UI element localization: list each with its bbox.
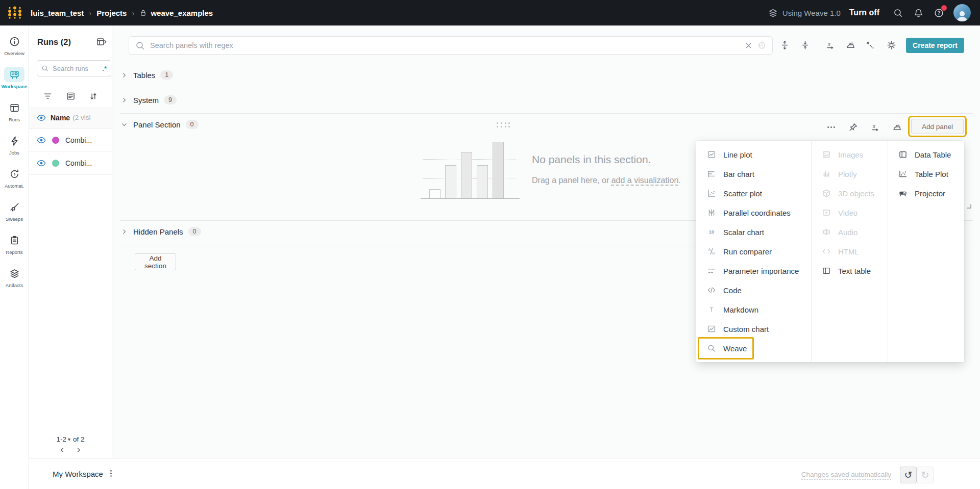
menu-item-scalar-chart[interactable]: 10Scalar chart (696, 222, 811, 242)
outliers-button[interactable] (863, 38, 876, 52)
section-x-axis-button[interactable]: x (868, 120, 881, 134)
section-panel-section[interactable]: Panel Section 0 (120, 120, 199, 129)
page-range-selector[interactable]: 1-2▾ (56, 435, 70, 443)
expand-runs-table-icon[interactable] (96, 37, 107, 47)
notifications-bell-icon[interactable] (913, 7, 924, 19)
visibility-eye-icon[interactable] (37, 136, 46, 145)
x-axis-settings-button[interactable]: x (823, 38, 837, 52)
menu-item-custom-chart[interactable]: Custom chart (696, 319, 811, 339)
menu-item-markdown[interactable]: TMarkdown (696, 300, 811, 319)
collapse-panels-button[interactable] (798, 38, 812, 52)
run-row[interactable]: Combi... (29, 129, 112, 152)
menu-item-line-plot[interactable]: Line plot (696, 145, 811, 164)
menu-item-parallel-coordinates[interactable]: Parallel coordinates (696, 203, 811, 222)
weavesearch-icon (707, 344, 716, 353)
section-tables[interactable]: Tables 1 (120, 70, 173, 80)
menu-item-run-comparer[interactable]: ABRun comparer (696, 242, 811, 261)
menu-item-projector[interactable]: Projector (888, 184, 964, 203)
workspace-menu-kebab-icon[interactable] (107, 469, 115, 478)
expand-panels-button[interactable] (778, 38, 791, 52)
runs-pagination: 1-2▾ of 2 (29, 435, 112, 454)
menu-item-weave[interactable]: Weave (696, 339, 811, 358)
help-icon[interactable]: ? (933, 7, 945, 19)
panel-search-input[interactable] (149, 41, 740, 50)
sidebar-item-overview[interactable]: Overview (0, 34, 29, 67)
menu-item-label: Weave (723, 344, 747, 353)
panel-resize-handle[interactable] (966, 203, 972, 210)
visibility-eye-icon[interactable] (37, 113, 46, 122)
menu-item-data-table[interactable]: Data Table (888, 145, 964, 164)
sidebar-item-reports[interactable]: Reports (0, 233, 29, 266)
visibility-eye-icon[interactable] (37, 159, 46, 168)
section-more-button[interactable] (824, 120, 838, 134)
run-name-label: Combi... (65, 159, 92, 167)
breadcrumb-project[interactable]: weave_examples (151, 9, 213, 17)
regex-toggle[interactable]: .* (102, 65, 107, 72)
sidebar-item-artifacts[interactable]: Artifacts (0, 266, 29, 299)
markdown-icon: T (707, 305, 716, 314)
avatar[interactable] (953, 4, 971, 21)
sort-icon[interactable] (89, 92, 98, 101)
placeholder-bar (429, 189, 440, 198)
section-pin-button[interactable] (846, 120, 860, 134)
section-name: Hidden Panels (133, 227, 183, 236)
pin-icon (848, 122, 858, 132)
sidebar-item-automat[interactable]: Automat. (0, 166, 29, 199)
menu-item-scatter-plot[interactable]: Scatter plot (696, 184, 811, 203)
prev-page-button[interactable] (59, 446, 66, 454)
breadcrumb-projects[interactable]: Projects (96, 9, 127, 17)
sidebar-item-workspace[interactable]: Workspace (0, 67, 29, 100)
menu-item-text-table[interactable]: Text table (811, 261, 888, 280)
visible-count-label: (2 visi (72, 114, 90, 121)
menu-item-bar-chart[interactable]: Bar chart (696, 164, 811, 184)
menu-item-table-plot[interactable]: Table Plot (888, 164, 964, 184)
placeholder-bar (493, 142, 504, 198)
section-hidden-panels[interactable]: Hidden Panels 0 (120, 227, 201, 236)
global-search-icon[interactable] (892, 7, 904, 19)
menu-item-label: Custom chart (723, 325, 769, 333)
lock-icon (139, 9, 147, 17)
menu-item-parameter-importance[interactable]: Parameter importance (696, 261, 811, 280)
breadcrumb-separator: › (132, 9, 134, 17)
turn-off-button[interactable]: Turn off (849, 8, 879, 17)
next-page-button[interactable] (75, 446, 82, 454)
create-report-button[interactable]: Create report (906, 38, 964, 53)
undo-button[interactable]: ↺ (900, 467, 917, 483)
run-row[interactable]: Combi... (29, 152, 112, 175)
filter-icon[interactable] (43, 91, 53, 101)
section-smoothing-button[interactable] (890, 120, 903, 134)
add-panel-button[interactable]: Add panel (911, 119, 964, 134)
menu-item-label: Scatter plot (723, 189, 762, 198)
workspace-settings-button[interactable] (885, 38, 898, 52)
svg-text:?: ? (937, 10, 940, 15)
datatable-icon (898, 150, 908, 159)
breadcrumb-team[interactable]: luis_team_test (31, 9, 84, 17)
runs-toolbar (29, 85, 112, 108)
x-axis-icon: x (870, 122, 880, 132)
menu-column-media: ImagesPlotly3D objectsVideoAudioHTMLText… (811, 145, 888, 280)
sidebar-item-jobs[interactable]: Jobs (0, 133, 29, 166)
runs-search-input[interactable] (52, 64, 94, 73)
smoothing-button[interactable] (844, 38, 857, 52)
name-column-label: Name (51, 114, 70, 122)
add-section-button[interactable]: Add section (135, 253, 176, 270)
add-visualization-link[interactable]: add a visualization (611, 176, 679, 185)
section-system[interactable]: System 9 (120, 95, 177, 105)
sidebar-item-runs[interactable]: Runs (0, 100, 29, 133)
section-count-badge: 1 (160, 70, 173, 80)
sidebar-item-sweeps[interactable]: Sweeps (0, 199, 29, 233)
artifacts-icon (9, 268, 20, 279)
divider (120, 113, 973, 114)
menu-item-label: Parallel coordinates (723, 209, 791, 217)
section-name: System (133, 96, 159, 105)
wandb-logo-icon[interactable] (7, 6, 22, 19)
group-settings-icon[interactable] (66, 91, 76, 101)
svg-text:T: T (709, 306, 713, 313)
audio-icon (822, 227, 831, 237)
jobs-icon (9, 136, 20, 146)
divider (120, 90, 973, 90)
menu-item-code[interactable]: Code (696, 280, 811, 300)
clear-search-icon[interactable] (744, 41, 753, 50)
section-count-badge: 0 (186, 120, 199, 129)
chevron-down-icon (120, 121, 128, 128)
